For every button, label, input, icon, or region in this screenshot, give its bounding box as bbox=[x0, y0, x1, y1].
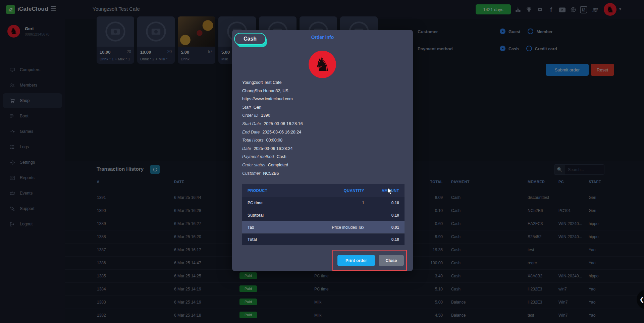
field-label: Customer bbox=[242, 171, 260, 176]
order-items-table: PRODUCT QUANTITY AMOUNT PC time 1 0.10 S… bbox=[242, 184, 405, 245]
tax-note: Price includes Tax bbox=[311, 225, 364, 230]
field-staff: StaffGeri bbox=[242, 105, 403, 113]
field-value: 1390 bbox=[261, 113, 270, 118]
field-value: NC52B6 bbox=[263, 171, 279, 176]
field-start-date: Start Date2025-03-06 16:28:16 bbox=[242, 121, 403, 130]
cafe-address: ChangSha Hunan32, US bbox=[242, 89, 403, 97]
field-total-hours: Total Hours00:00:08 bbox=[242, 138, 403, 146]
field-label: Payment method bbox=[242, 154, 274, 159]
subtotal-row: Subtotal 0.10 bbox=[242, 209, 405, 221]
field-label: End Date bbox=[242, 130, 260, 134]
field-value: 2025-03-06 16:28:24 bbox=[254, 146, 292, 151]
col-product: PRODUCT bbox=[242, 189, 311, 193]
item-product: Subtotal bbox=[242, 213, 311, 218]
item-product: Tax bbox=[242, 225, 311, 230]
field-value: Completed bbox=[268, 163, 288, 167]
order-details: Youngzsoft Test Cafe ChangSha Hunan32, U… bbox=[242, 80, 403, 179]
field-order-status: Order statusCompleted bbox=[242, 163, 403, 171]
mouse-cursor bbox=[387, 187, 393, 195]
field-value: Cash bbox=[277, 154, 286, 159]
item-quantity: 1 bbox=[311, 201, 364, 205]
field-value: 2025-03-06 16:28:24 bbox=[262, 130, 301, 134]
order-info-modal: Cash Order info ♞ Youngzsoft Test Cafe C… bbox=[232, 30, 413, 271]
col-quantity: QUANTITY bbox=[311, 189, 364, 193]
field-label: Start Date bbox=[242, 121, 261, 126]
cafe-name: Youngzsoft Test Cafe bbox=[242, 80, 403, 89]
field-date: Date2025-03-06 16:28:24 bbox=[242, 146, 403, 155]
field-order-id: Order ID1390 bbox=[242, 113, 403, 121]
item-amount: 0.10 bbox=[364, 201, 405, 205]
field-label: Order ID bbox=[242, 113, 258, 118]
item-amount: 0.01 bbox=[364, 225, 405, 230]
order-table-header: PRODUCT QUANTITY AMOUNT bbox=[242, 184, 405, 197]
close-button[interactable]: Close bbox=[379, 255, 404, 266]
field-value: 2025-03-06 16:28:16 bbox=[264, 121, 303, 126]
total-row: Total 0.10 bbox=[242, 233, 405, 245]
field-end-date: End Date2025-03-06 16:28:24 bbox=[242, 130, 403, 138]
field-value: 00:00:08 bbox=[266, 138, 282, 143]
col-amount: AMOUNT bbox=[364, 189, 405, 193]
order-item-row: PC time 1 0.10 bbox=[242, 197, 405, 209]
item-amount: 0.10 bbox=[364, 213, 405, 218]
cafe-logo: ♞ bbox=[309, 51, 336, 78]
item-product: Total bbox=[242, 237, 311, 242]
field-label: Total Hours bbox=[242, 138, 263, 143]
item-amount: 0.10 bbox=[364, 237, 405, 242]
tax-row: Tax Price includes Tax 0.01 bbox=[242, 221, 405, 233]
cafe-website: https://www.icafecloud.com bbox=[242, 97, 403, 105]
app-root: i2 iCafeCloud ☰ Youngzsoft Test Cafe 142… bbox=[0, 0, 644, 323]
field-payment-method: Payment methodCash bbox=[242, 154, 403, 163]
print-order-button[interactable]: Print order bbox=[337, 255, 375, 266]
modal-title: Order info bbox=[232, 35, 413, 40]
field-customer: CustomerNC52B6 bbox=[242, 171, 403, 179]
field-label: Date bbox=[242, 146, 251, 151]
field-label: Order status bbox=[242, 163, 265, 167]
field-value: Geri bbox=[254, 105, 262, 110]
item-product: PC time bbox=[242, 201, 311, 205]
field-label: Staff bbox=[242, 105, 251, 110]
